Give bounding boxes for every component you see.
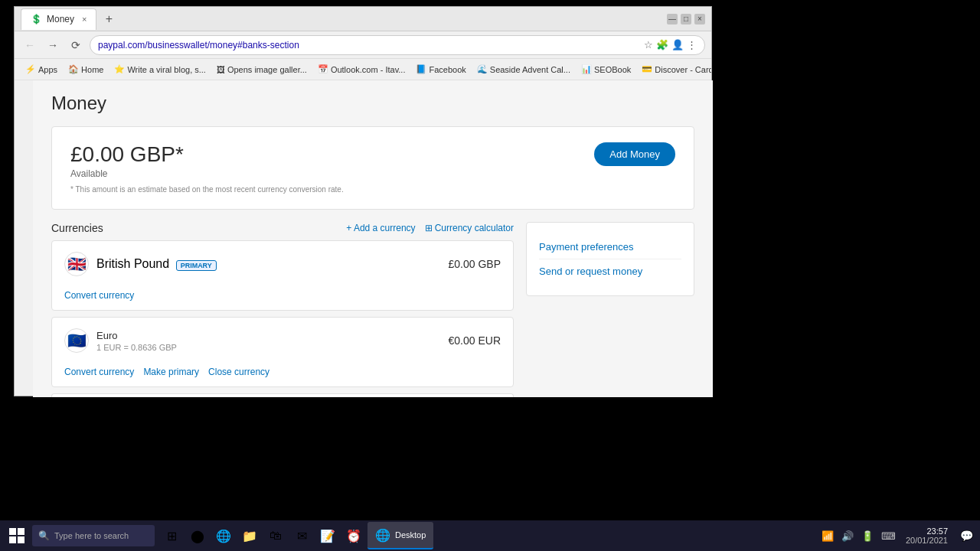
back-button[interactable]: ← — [21, 36, 39, 54]
seobook-bookmark-icon: 📊 — [581, 64, 592, 74]
tab-close-button[interactable]: × — [82, 15, 87, 24]
bookmark-outlook[interactable]: 📅 Outlook.com - Itav... — [313, 63, 410, 76]
balance-card: £0.00 GBP* Available * This amount is an… — [51, 126, 694, 210]
bookmark-label: Seaside Advent Cal... — [490, 65, 570, 74]
page-title: Money — [51, 93, 694, 114]
currency-name-gbp: British Pound PRIMARY — [96, 257, 217, 271]
currency-name-text-eur: Euro — [96, 330, 177, 341]
extension-icon[interactable]: 🧩 — [656, 39, 668, 51]
close-button[interactable]: × — [694, 14, 705, 24]
add-currency-link[interactable]: + Add a currency — [346, 223, 415, 233]
bookmark-home[interactable]: 🏠 Home — [64, 63, 108, 76]
payment-preferences-link[interactable]: Payment preferences — [539, 235, 681, 259]
bookmark-discover[interactable]: 💳 Discover - Card Ser... — [637, 63, 711, 76]
active-tab[interactable]: 💲 Money × — [21, 8, 96, 30]
title-bar: 💲 Money × + — □ × — [15, 7, 711, 31]
currency-card-gbp: 🇬🇧 British Pound PRIMARY £0.00 GBP — [51, 240, 514, 311]
start-button[interactable] — [3, 522, 31, 549]
send-request-money-link[interactable]: Send or request money — [539, 259, 681, 283]
calculator-icon: ⊞ — [425, 223, 433, 233]
bookmark-label: SEOBook — [594, 65, 631, 74]
currency-name-wrap-eur: Euro 1 EUR = 0.8636 GBP — [96, 330, 177, 352]
refresh-button[interactable]: ⟳ — [67, 36, 85, 54]
currency-main-gbp: 🇬🇧 British Pound PRIMARY £0.00 GBP — [52, 241, 513, 287]
convert-currency-link-gbp[interactable]: Convert currency — [64, 290, 134, 301]
network-icon[interactable]: 📶 — [819, 530, 836, 542]
currencies-title: Currencies — [51, 222, 103, 234]
desktop-label: Desktop — [395, 530, 426, 540]
convert-currency-link-eur[interactable]: Convert currency — [64, 367, 134, 377]
tab-favicon: 💲 — [31, 14, 42, 24]
address-bar-row: ← → ⟳ paypal.com/businesswallet/money#ba… — [15, 31, 711, 59]
currency-main-eur: 🇪🇺 Euro 1 EUR = 0.8636 GBP €0.00 EUR — [52, 318, 513, 364]
tab-title: Money — [47, 14, 74, 24]
make-primary-link-eur[interactable]: Make primary — [143, 367, 199, 377]
currency-card-usd: 🇺🇸 US Dollar 1 USD = 0.7514 GBP $0.00 US… — [51, 393, 514, 397]
bookmark-star-icon[interactable]: ☆ — [644, 39, 653, 51]
right-column: Payment preferences Send or request mone… — [526, 222, 694, 397]
add-money-button[interactable]: Add Money — [594, 142, 675, 166]
url-display: paypal.com/businesswallet/money#banks-se… — [98, 40, 644, 51]
page-content: Money £0.00 GBP* Available * This amount… — [33, 80, 713, 397]
forward-button[interactable]: → — [44, 36, 62, 54]
bookmark-label: Apps — [38, 65, 57, 74]
bookmark-seaside[interactable]: 🌊 Seaside Advent Cal... — [472, 63, 575, 76]
bookmark-label: Write a viral blog, s... — [127, 65, 206, 74]
bookmark-seobook[interactable]: 📊 SEOBook — [577, 63, 635, 76]
currency-left-gbp: 🇬🇧 British Pound PRIMARY — [64, 252, 217, 276]
cortana-button[interactable]: ⬤ — [185, 523, 210, 548]
currency-main-usd: 🇺🇸 US Dollar 1 USD = 0.7514 GBP $0.00 US… — [52, 394, 513, 397]
bookmark-blog[interactable]: ⭐ Write a viral blog, s... — [109, 63, 211, 76]
profile-icon[interactable]: 👤 — [671, 39, 684, 51]
keyboard-icon[interactable]: ⌨ — [879, 530, 898, 542]
close-currency-link-eur[interactable]: Close currency — [208, 367, 270, 377]
bookmark-label: Outlook.com - Itav... — [331, 65, 406, 74]
facebook-bookmark-icon: 📘 — [416, 64, 426, 74]
address-bar[interactable]: paypal.com/businesswallet/money#banks-se… — [90, 35, 705, 55]
currencies-header: Currencies + Add a currency ⊞ Currency c… — [51, 222, 514, 234]
clock-app-button[interactable]: ⏰ — [341, 523, 366, 548]
speaker-icon[interactable]: 🔊 — [839, 530, 856, 542]
discover-bookmark-icon: 💳 — [642, 64, 652, 74]
battery-icon[interactable]: 🔋 — [859, 530, 876, 542]
window-controls: — □ × — [667, 14, 705, 24]
two-col-layout: Currencies + Add a currency ⊞ Currency c… — [51, 222, 694, 397]
edge-browser-button[interactable]: 🌐 — [211, 523, 236, 548]
bookmark-label: Opens image galler... — [227, 65, 307, 74]
clock-time: 23:57 — [906, 527, 948, 536]
apps-bookmark-icon: ⚡ — [25, 64, 36, 74]
flag-eur: 🇪🇺 — [64, 328, 89, 353]
word-button[interactable]: 📝 — [315, 523, 340, 548]
task-view-button[interactable]: ⊞ — [159, 523, 184, 548]
right-panel: Payment preferences Send or request mone… — [526, 222, 694, 296]
windows-logo-icon — [9, 528, 24, 543]
mail-button[interactable]: ✉ — [289, 523, 314, 548]
bookmark-facebook[interactable]: 📘 Facebook — [411, 63, 470, 76]
explorer-button[interactable]: 📁 — [237, 523, 262, 548]
home-bookmark-icon: 🏠 — [68, 64, 79, 74]
system-clock[interactable]: 23:57 20/01/2021 — [901, 527, 952, 545]
bookmark-label: Facebook — [429, 65, 466, 74]
currencies-actions: + Add a currency ⊞ Currency calculator — [346, 223, 514, 233]
balance-amount: £0.00 GBP* — [70, 142, 344, 167]
currency-amount-gbp: £0.00 GBP — [449, 258, 501, 270]
maximize-button[interactable]: □ — [681, 14, 691, 24]
notification-button[interactable]: 💬 — [956, 525, 977, 546]
bookmark-image[interactable]: 🖼 Opens image galler... — [212, 64, 312, 76]
currency-card-eur: 🇪🇺 Euro 1 EUR = 0.8636 GBP €0.00 EUR Con… — [51, 317, 514, 387]
minimize-button[interactable]: — — [667, 14, 678, 24]
menu-icon[interactable]: ⋮ — [687, 39, 697, 51]
currency-actions-eur: Convert currency Make primary Close curr… — [52, 364, 513, 386]
currency-calculator-link[interactable]: ⊞ Currency calculator — [425, 223, 514, 233]
currency-name-wrap-gbp: British Pound PRIMARY — [96, 257, 217, 271]
left-column: Currencies + Add a currency ⊞ Currency c… — [51, 222, 514, 397]
store-button[interactable]: 🛍 — [263, 523, 288, 548]
browser-taskbar-icon: 🌐 — [375, 528, 390, 543]
active-browser-taskbar[interactable]: 🌐 Desktop — [368, 522, 433, 549]
bookmark-apps[interactable]: ⚡ Apps — [21, 63, 62, 76]
currency-rate-eur: 1 EUR = 0.8636 GBP — [96, 343, 177, 352]
primary-badge-gbp: PRIMARY — [176, 260, 217, 271]
new-tab-button[interactable]: + — [100, 10, 118, 28]
taskbar-search[interactable]: 🔍 Type here to search — [32, 525, 155, 546]
currency-amount-eur: €0.00 EUR — [449, 334, 501, 347]
